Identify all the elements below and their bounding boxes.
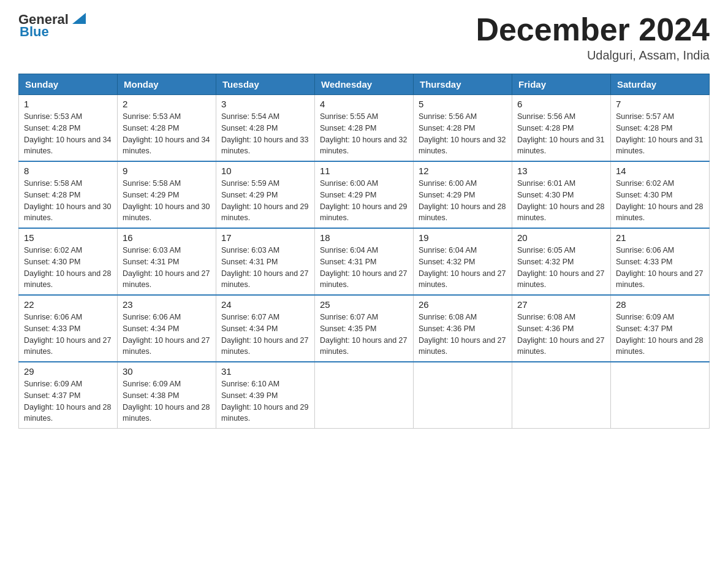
day-info: Sunrise: 6:00 AMSunset: 4:29 PMDaylight:…	[419, 179, 506, 222]
day-info: Sunrise: 5:59 AMSunset: 4:29 PMDaylight:…	[221, 179, 308, 222]
calendar-cell: 4 Sunrise: 5:55 AMSunset: 4:28 PMDayligh…	[315, 95, 414, 162]
day-number: 11	[320, 166, 408, 176]
calendar-cell: 2 Sunrise: 5:53 AMSunset: 4:28 PMDayligh…	[118, 95, 216, 162]
logo-text-blue: Blue	[20, 24, 49, 39]
calendar-week-row: 8 Sunrise: 5:58 AMSunset: 4:28 PMDayligh…	[19, 161, 710, 228]
page-header: General Blue December 2024 Udalguri, Ass…	[18, 12, 710, 63]
day-number: 12	[419, 166, 507, 176]
day-info: Sunrise: 5:54 AMSunset: 4:28 PMDaylight:…	[221, 112, 308, 155]
weekday-header-row: SundayMondayTuesdayWednesdayThursdayFrid…	[19, 74, 710, 95]
calendar-cell: 21 Sunrise: 6:06 AMSunset: 4:33 PMDaylig…	[611, 228, 710, 295]
weekday-header-saturday: Saturday	[611, 74, 710, 95]
day-number: 28	[616, 299, 704, 310]
day-number: 1	[24, 99, 112, 109]
day-number: 31	[221, 366, 309, 377]
day-info: Sunrise: 5:55 AMSunset: 4:28 PMDaylight:…	[320, 112, 407, 155]
weekday-header-friday: Friday	[512, 74, 611, 95]
calendar-week-row: 1 Sunrise: 5:53 AMSunset: 4:28 PMDayligh…	[19, 95, 710, 162]
calendar-cell: 18 Sunrise: 6:04 AMSunset: 4:31 PMDaylig…	[315, 228, 414, 295]
calendar-cell: 6 Sunrise: 5:56 AMSunset: 4:28 PMDayligh…	[512, 95, 611, 162]
day-info: Sunrise: 5:58 AMSunset: 4:28 PMDaylight:…	[24, 179, 111, 222]
weekday-header-thursday: Thursday	[414, 74, 512, 95]
logo: General Blue	[18, 12, 88, 39]
title-block: December 2024 Udalguri, Assam, India	[476, 12, 710, 63]
day-info: Sunrise: 6:02 AMSunset: 4:30 PMDaylight:…	[24, 246, 111, 289]
day-info: Sunrise: 5:56 AMSunset: 4:28 PMDaylight:…	[419, 112, 506, 155]
logo-icon	[70, 8, 88, 26]
calendar-cell: 24 Sunrise: 6:07 AMSunset: 4:34 PMDaylig…	[216, 295, 315, 362]
calendar-cell: 3 Sunrise: 5:54 AMSunset: 4:28 PMDayligh…	[216, 95, 315, 162]
weekday-header-sunday: Sunday	[19, 74, 118, 95]
calendar-cell: 14 Sunrise: 6:02 AMSunset: 4:30 PMDaylig…	[611, 161, 710, 228]
day-number: 10	[221, 166, 309, 176]
calendar-cell: 15 Sunrise: 6:02 AMSunset: 4:30 PMDaylig…	[19, 228, 118, 295]
day-number: 2	[123, 99, 211, 109]
calendar-cell: 5 Sunrise: 5:56 AMSunset: 4:28 PMDayligh…	[414, 95, 512, 162]
calendar-week-row: 29 Sunrise: 6:09 AMSunset: 4:37 PMDaylig…	[19, 362, 710, 429]
day-number: 29	[24, 366, 112, 377]
day-info: Sunrise: 6:06 AMSunset: 4:33 PMDaylight:…	[24, 313, 111, 356]
day-number: 9	[123, 166, 211, 176]
calendar-cell: 11 Sunrise: 6:00 AMSunset: 4:29 PMDaylig…	[315, 161, 414, 228]
calendar-cell	[611, 362, 710, 429]
weekday-header-monday: Monday	[118, 74, 216, 95]
day-info: Sunrise: 6:09 AMSunset: 4:37 PMDaylight:…	[616, 313, 703, 356]
day-info: Sunrise: 6:03 AMSunset: 4:31 PMDaylight:…	[123, 246, 210, 289]
calendar-table: SundayMondayTuesdayWednesdayThursdayFrid…	[18, 74, 710, 429]
day-number: 30	[123, 366, 211, 377]
calendar-cell: 12 Sunrise: 6:00 AMSunset: 4:29 PMDaylig…	[414, 161, 512, 228]
day-number: 6	[517, 99, 605, 109]
calendar-week-row: 15 Sunrise: 6:02 AMSunset: 4:30 PMDaylig…	[19, 228, 710, 295]
day-number: 27	[517, 299, 605, 310]
day-number: 19	[419, 232, 507, 243]
calendar-cell: 23 Sunrise: 6:06 AMSunset: 4:34 PMDaylig…	[118, 295, 216, 362]
calendar-cell: 30 Sunrise: 6:09 AMSunset: 4:38 PMDaylig…	[118, 362, 216, 429]
day-info: Sunrise: 6:00 AMSunset: 4:29 PMDaylight:…	[320, 179, 407, 222]
day-number: 3	[221, 99, 309, 109]
day-info: Sunrise: 6:08 AMSunset: 4:36 PMDaylight:…	[419, 313, 506, 356]
calendar-cell: 7 Sunrise: 5:57 AMSunset: 4:28 PMDayligh…	[611, 95, 710, 162]
day-number: 16	[123, 232, 211, 243]
day-info: Sunrise: 6:09 AMSunset: 4:37 PMDaylight:…	[24, 380, 111, 423]
day-info: Sunrise: 6:06 AMSunset: 4:33 PMDaylight:…	[616, 246, 703, 289]
calendar-cell: 31 Sunrise: 6:10 AMSunset: 4:39 PMDaylig…	[216, 362, 315, 429]
calendar-cell	[512, 362, 611, 429]
weekday-header-tuesday: Tuesday	[216, 74, 315, 95]
day-number: 4	[320, 99, 408, 109]
calendar-cell: 20 Sunrise: 6:05 AMSunset: 4:32 PMDaylig…	[512, 228, 611, 295]
day-number: 25	[320, 299, 408, 310]
svg-marker-0	[72, 13, 86, 24]
day-info: Sunrise: 6:07 AMSunset: 4:34 PMDaylight:…	[221, 313, 308, 356]
calendar-cell	[315, 362, 414, 429]
day-info: Sunrise: 5:58 AMSunset: 4:29 PMDaylight:…	[123, 179, 210, 222]
day-number: 14	[616, 166, 704, 176]
day-info: Sunrise: 6:10 AMSunset: 4:39 PMDaylight:…	[221, 380, 308, 423]
day-info: Sunrise: 5:53 AMSunset: 4:28 PMDaylight:…	[123, 112, 210, 155]
day-info: Sunrise: 6:09 AMSunset: 4:38 PMDaylight:…	[123, 380, 210, 423]
calendar-cell: 28 Sunrise: 6:09 AMSunset: 4:37 PMDaylig…	[611, 295, 710, 362]
day-info: Sunrise: 6:07 AMSunset: 4:35 PMDaylight:…	[320, 313, 407, 356]
day-info: Sunrise: 6:01 AMSunset: 4:30 PMDaylight:…	[517, 179, 604, 222]
day-number: 18	[320, 232, 408, 243]
location-text: Udalguri, Assam, India	[476, 48, 710, 63]
day-info: Sunrise: 6:06 AMSunset: 4:34 PMDaylight:…	[123, 313, 210, 356]
day-number: 8	[24, 166, 112, 176]
month-title: December 2024	[476, 12, 710, 47]
calendar-cell: 27 Sunrise: 6:08 AMSunset: 4:36 PMDaylig…	[512, 295, 611, 362]
day-number: 21	[616, 232, 704, 243]
day-number: 13	[517, 166, 605, 176]
day-info: Sunrise: 6:02 AMSunset: 4:30 PMDaylight:…	[616, 179, 703, 222]
day-number: 5	[419, 99, 507, 109]
day-info: Sunrise: 5:57 AMSunset: 4:28 PMDaylight:…	[616, 112, 703, 155]
calendar-cell: 13 Sunrise: 6:01 AMSunset: 4:30 PMDaylig…	[512, 161, 611, 228]
day-info: Sunrise: 6:08 AMSunset: 4:36 PMDaylight:…	[517, 313, 604, 356]
calendar-week-row: 22 Sunrise: 6:06 AMSunset: 4:33 PMDaylig…	[19, 295, 710, 362]
calendar-cell: 16 Sunrise: 6:03 AMSunset: 4:31 PMDaylig…	[118, 228, 216, 295]
calendar-cell: 19 Sunrise: 6:04 AMSunset: 4:32 PMDaylig…	[414, 228, 512, 295]
day-info: Sunrise: 6:03 AMSunset: 4:31 PMDaylight:…	[221, 246, 308, 289]
day-number: 22	[24, 299, 112, 310]
day-info: Sunrise: 6:05 AMSunset: 4:32 PMDaylight:…	[517, 246, 604, 289]
calendar-cell: 29 Sunrise: 6:09 AMSunset: 4:37 PMDaylig…	[19, 362, 118, 429]
calendar-cell: 1 Sunrise: 5:53 AMSunset: 4:28 PMDayligh…	[19, 95, 118, 162]
day-info: Sunrise: 6:04 AMSunset: 4:31 PMDaylight:…	[320, 246, 407, 289]
